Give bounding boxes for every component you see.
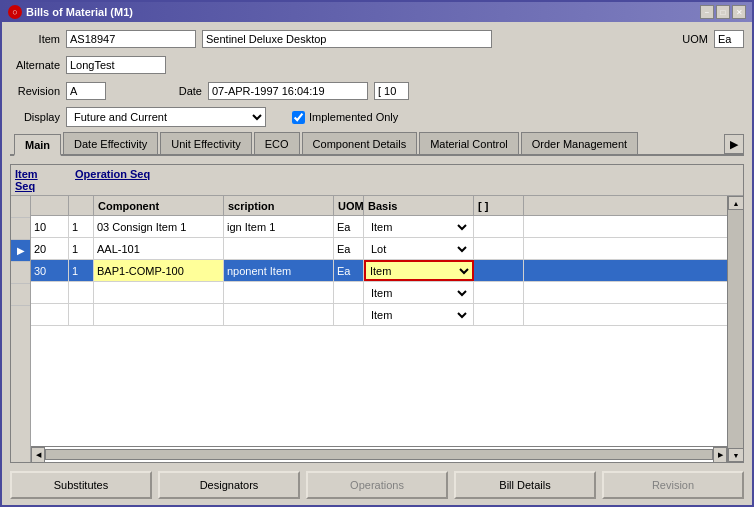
- vertical-scrollbar: ▲ ▼: [727, 196, 743, 462]
- tab-material-control[interactable]: Material Control: [419, 132, 519, 154]
- display-label: Display: [10, 111, 60, 123]
- revision-label: Revision: [10, 85, 60, 97]
- basis-select-2[interactable]: Item Lot: [367, 239, 470, 259]
- minimize-button[interactable]: −: [700, 5, 714, 19]
- bill-details-button[interactable]: Bill Details: [454, 471, 596, 499]
- basis-select-3[interactable]: Item Lot: [366, 261, 472, 281]
- table-row: 30 1 BAP1-COMP-100 nponent Item Ea Item …: [31, 260, 727, 282]
- cell-component-3[interactable]: BAP1-COMP-100: [94, 260, 224, 281]
- operations-button[interactable]: Operations: [306, 471, 448, 499]
- designators-button[interactable]: Designators: [158, 471, 300, 499]
- cell-itemseq-1[interactable]: 10: [31, 216, 69, 237]
- cell-opseq-2[interactable]: 1: [69, 238, 94, 259]
- implemented-only-checkbox[interactable]: [292, 111, 305, 124]
- cell-basis-5[interactable]: Item Lot: [364, 304, 474, 325]
- scroll-up-button[interactable]: ▲: [728, 196, 743, 210]
- buttons-row: Substitutes Designators Operations Bill …: [10, 467, 744, 499]
- cell-itemseq-4[interactable]: [31, 282, 69, 303]
- window-title: Bills of Material (M1): [26, 6, 133, 18]
- cell-basis-2[interactable]: Item Lot: [364, 238, 474, 259]
- item-desc-input[interactable]: [202, 30, 492, 48]
- row-indicator-5: [11, 284, 30, 306]
- table-row: Item Lot: [31, 304, 727, 326]
- row-indicator-3: ▶: [11, 240, 30, 262]
- cell-desc-4[interactable]: [224, 282, 334, 303]
- cell-component-4[interactable]: [94, 282, 224, 303]
- basis-select-5[interactable]: Item Lot: [367, 305, 470, 325]
- ch-component: Component: [94, 196, 224, 215]
- cell-desc-5[interactable]: [224, 304, 334, 325]
- title-controls: − □ ✕: [700, 5, 746, 19]
- cell-desc-3[interactable]: nponent Item: [224, 260, 334, 281]
- cell-basis-1[interactable]: Item Lot: [364, 216, 474, 237]
- date-input[interactable]: [208, 82, 368, 100]
- cell-desc-2[interactable]: [224, 238, 334, 259]
- section-header: Item Seq Operation Seq: [11, 165, 743, 196]
- row-indicator-1: [11, 196, 30, 218]
- cell-component-5[interactable]: [94, 304, 224, 325]
- uom-input[interactable]: [714, 30, 744, 48]
- basis-select-4[interactable]: Item Lot: [367, 283, 470, 303]
- cell-rev-2[interactable]: [474, 238, 524, 259]
- tab-component-details[interactable]: Component Details: [302, 132, 418, 154]
- cell-component-1[interactable]: 03 Consign Item 1: [94, 216, 224, 237]
- h-scroll-track[interactable]: [45, 449, 713, 460]
- table-row: 20 1 AAL-101 Ea Item Lot: [31, 238, 727, 260]
- scroll-right-button[interactable]: ▶: [713, 447, 727, 462]
- item-input[interactable]: [66, 30, 196, 48]
- ch-itemseq: [31, 196, 69, 215]
- display-dropdown-wrapper: Future and Current Current Only Future O…: [66, 107, 266, 127]
- cell-rev-1[interactable]: [474, 216, 524, 237]
- cell-rev-5[interactable]: [474, 304, 524, 325]
- tab-unit-effectivity[interactable]: Unit Effectivity: [160, 132, 252, 154]
- ch-rev: [ ]: [474, 196, 524, 215]
- cell-uom-5[interactable]: [334, 304, 364, 325]
- inner-table: ▶ Component scription UOM Basis [ ]: [11, 196, 743, 462]
- close-button[interactable]: ✕: [732, 5, 746, 19]
- alternate-input[interactable]: [66, 56, 166, 74]
- cell-uom-2[interactable]: Ea: [334, 238, 364, 259]
- basis-select-1[interactable]: Item Lot: [367, 217, 470, 237]
- cell-basis-4[interactable]: Item Lot: [364, 282, 474, 303]
- main-table: Component scription UOM Basis [ ] 10 1 0…: [31, 196, 727, 462]
- cell-uom-3[interactable]: Ea: [334, 260, 364, 281]
- cell-itemseq-3[interactable]: 30: [31, 260, 69, 281]
- scroll-down-button[interactable]: ▼: [728, 448, 743, 462]
- col-headers: Component scription UOM Basis [ ]: [31, 196, 727, 216]
- implemented-only-area: Implemented Only: [292, 111, 398, 124]
- cell-rev-4[interactable]: [474, 282, 524, 303]
- ch-uom: UOM: [334, 196, 364, 215]
- row-indicator-2: [11, 218, 30, 240]
- cell-opseq-4[interactable]: [69, 282, 94, 303]
- cell-opseq-5[interactable]: [69, 304, 94, 325]
- cell-desc-1[interactable]: ign Item 1: [224, 216, 334, 237]
- extra-input[interactable]: [374, 82, 409, 100]
- cell-opseq-1[interactable]: 1: [69, 216, 94, 237]
- substitutes-button[interactable]: Substitutes: [10, 471, 152, 499]
- cell-itemseq-2[interactable]: 20: [31, 238, 69, 259]
- maximize-button[interactable]: □: [716, 5, 730, 19]
- title-bar: ○ Bills of Material (M1) − □ ✕: [2, 2, 752, 22]
- cell-uom-1[interactable]: Ea: [334, 216, 364, 237]
- revision-button[interactable]: Revision: [602, 471, 744, 499]
- scroll-left-button[interactable]: ◀: [31, 447, 45, 462]
- revision-input[interactable]: [66, 82, 106, 100]
- cell-basis-3[interactable]: Item Lot: [364, 260, 474, 281]
- title-bar-left: ○ Bills of Material (M1): [8, 5, 133, 19]
- window-icon: ○: [8, 5, 22, 19]
- cell-rev-3[interactable]: [474, 260, 524, 281]
- v-scroll-track[interactable]: [728, 210, 743, 448]
- left-col: ▶: [11, 196, 31, 462]
- tab-eco[interactable]: ECO: [254, 132, 300, 154]
- main-window: ○ Bills of Material (M1) − □ ✕ Item UOM …: [0, 0, 754, 507]
- op-seq-header: Operation Seq: [69, 168, 150, 192]
- tab-main[interactable]: Main: [14, 134, 61, 156]
- tab-date-effectivity[interactable]: Date Effectivity: [63, 132, 158, 154]
- cell-itemseq-5[interactable]: [31, 304, 69, 325]
- cell-opseq-3[interactable]: 1: [69, 260, 94, 281]
- display-dropdown[interactable]: Future and Current Current Only Future O…: [66, 107, 266, 127]
- tab-order-management[interactable]: Order Management: [521, 132, 638, 154]
- cell-component-2[interactable]: AAL-101: [94, 238, 224, 259]
- tab-arrow[interactable]: ▶: [724, 134, 744, 154]
- cell-uom-4[interactable]: [334, 282, 364, 303]
